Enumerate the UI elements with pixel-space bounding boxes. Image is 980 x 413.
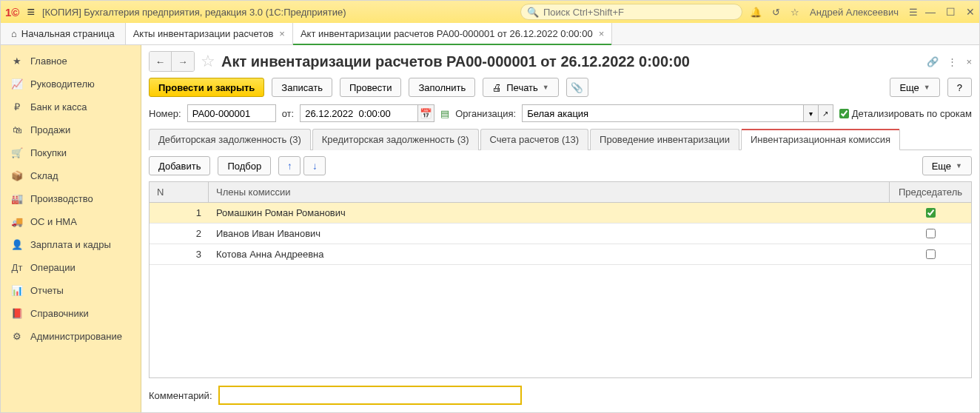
sidebar-item-assets[interactable]: 🚚ОС и НМА [1, 210, 141, 233]
detail-checkbox[interactable] [839, 109, 849, 118]
number-field[interactable] [187, 104, 276, 122]
table-toolbar: Добавить Подбор ↑ ↓ Еще▼ [149, 150, 972, 181]
search-icon: 🔍 [527, 7, 539, 18]
more-button[interactable]: Еще▼ [890, 78, 939, 97]
chevron-down-icon: ▼ [924, 84, 930, 91]
sidebar-item-hr[interactable]: 👤Зарплата и кадры [1, 233, 141, 256]
chart-icon: 📈 [11, 78, 23, 90]
detail-by-terms[interactable]: Детализировать по срокам [839, 108, 972, 119]
close-icon[interactable]: × [279, 28, 285, 39]
col-number[interactable]: N [150, 182, 209, 202]
sidebar-item-production[interactable]: 🏭Производство [1, 187, 141, 210]
star-icon: ★ [11, 56, 23, 67]
sidebar-item-purchases[interactable]: 🛒Покупки [1, 141, 141, 164]
main-menu-icon[interactable]: ≡ [27, 4, 35, 20]
sidebar-item-reports[interactable]: 📊Отчеты [1, 279, 141, 302]
minimize-button[interactable]: — [925, 6, 936, 18]
tab-commission[interactable]: Инвентаризационная комиссия [741, 129, 900, 150]
home-tab[interactable]: ⌂ Начальная страница [1, 23, 126, 44]
star-icon[interactable]: ☆ [791, 7, 799, 18]
pick-button[interactable]: Подбор [218, 156, 271, 175]
bars-icon: 📊 [11, 285, 23, 296]
attachments-button[interactable]: 📎 [566, 78, 588, 97]
home-tab-label: Начальная страница [21, 28, 115, 39]
number-label: Номер: [149, 108, 181, 119]
org-dropdown-button[interactable]: ▾ [804, 104, 819, 122]
home-icon: ⌂ [11, 28, 17, 39]
ledger-icon: Дт [11, 262, 23, 273]
nav-tabs: ⌂ Начальная страница Акты инвентаризации… [1, 23, 979, 45]
document-toolbar: Провести и закрыть Записать Провести Зап… [149, 78, 972, 97]
printer-icon: 🖨 [492, 82, 502, 93]
move-up-button[interactable]: ↑ [278, 156, 301, 175]
col-chair[interactable]: Председатель [890, 182, 971, 202]
kebab-icon[interactable]: ⋮ [947, 56, 957, 67]
favorite-icon[interactable]: ☆ [201, 52, 215, 71]
back-button[interactable]: ← [150, 52, 172, 71]
sidebar-item-sales[interactable]: 🛍Продажи [1, 118, 141, 141]
post-button[interactable]: Провести [340, 78, 402, 97]
maximize-button[interactable]: ☐ [946, 6, 956, 18]
sidebar-item-admin[interactable]: ⚙Администрирование [1, 325, 141, 348]
commission-table: N Члены комиссии Председатель 1 Ромашкин… [149, 181, 972, 378]
tab-receivables[interactable]: Дебиторская задолженность (3) [149, 129, 311, 150]
sidebar: ★Главное 📈Руководителю ₽Банк и касса 🛍Пр… [1, 45, 141, 412]
app-title: [КОПИЯ] Бухгалтерия предприятия, редакци… [42, 7, 346, 18]
document-title: Акт инвентаризации расчетов РА00-000001 … [221, 53, 690, 70]
nav-back-forward: ← → [149, 51, 195, 72]
chevron-down-icon: ▼ [543, 84, 549, 91]
user-name[interactable]: Андрей Алексеевич [810, 7, 899, 18]
sidebar-item-main[interactable]: ★Главное [1, 50, 141, 73]
history-icon[interactable]: ↺ [772, 7, 780, 18]
table-row[interactable]: 3 Котова Анна Андреевна [150, 244, 971, 265]
calendar-icon[interactable]: 📅 [418, 104, 434, 122]
date-field[interactable] [300, 104, 418, 122]
app-logo: 1© [5, 6, 19, 19]
table-row[interactable]: 2 Иванов Иван Иванович [150, 224, 971, 244]
search-input[interactable] [543, 7, 736, 18]
sidebar-item-warehouse[interactable]: 📦Склад [1, 164, 141, 187]
bell-icon[interactable]: 🔔 [750, 7, 762, 18]
forward-button[interactable]: → [172, 52, 194, 71]
cart-icon: 🛒 [11, 147, 23, 158]
comment-row: Комментарий: [149, 386, 972, 405]
tab-payables[interactable]: Кредиторская задолженность (3) [312, 129, 479, 150]
close-icon[interactable]: × [599, 28, 605, 39]
tab-inventory[interactable]: Проведение инвентаризации [590, 129, 739, 150]
close-button[interactable]: ✕ [966, 6, 975, 18]
chair-checkbox[interactable] [926, 229, 936, 238]
truck-icon: 🚚 [11, 216, 23, 227]
sidebar-item-directories[interactable]: 📕Справочники [1, 302, 141, 325]
organization-field[interactable] [522, 104, 804, 122]
document-tabs: Дебиторская задолженность (3) Кредиторск… [149, 128, 972, 150]
col-members[interactable]: Члены комиссии [209, 182, 890, 202]
sidebar-item-bank[interactable]: ₽Банк и касса [1, 95, 141, 118]
sidebar-item-manager[interactable]: 📈Руководителю [1, 73, 141, 95]
help-button[interactable]: ? [947, 78, 972, 97]
table-more-button[interactable]: Еще▼ [922, 156, 972, 175]
org-open-button[interactable]: ↗ [819, 104, 833, 122]
tab-accounts[interactable]: Счета расчетов (13) [480, 129, 589, 150]
sidebar-item-operations[interactable]: ДтОперации [1, 256, 141, 279]
move-down-button[interactable]: ↓ [303, 156, 326, 175]
global-search[interactable]: 🔍 [520, 4, 742, 20]
link-icon[interactable]: 🔗 [927, 56, 939, 67]
chair-checkbox[interactable] [926, 249, 936, 259]
print-button[interactable]: 🖨Печать▼ [483, 78, 559, 97]
post-and-close-button[interactable]: Провести и закрыть [149, 78, 264, 97]
user-menu-icon[interactable]: ☰ [909, 7, 918, 18]
fill-button[interactable]: Заполнить [409, 78, 475, 97]
comment-field[interactable] [218, 386, 522, 405]
tab-acts-list[interactable]: Акты инвентаризации расчетов × [126, 23, 293, 44]
record-button[interactable]: Записать [272, 78, 332, 97]
org-ref-icon[interactable]: ▤ [440, 108, 449, 119]
close-doc-icon[interactable]: × [966, 56, 972, 67]
book-icon: 📕 [11, 308, 23, 319]
add-button[interactable]: Добавить [149, 156, 210, 175]
document-header-fields: Номер: от: 📅 ▤ Организация: ▾ ↗ Детализи… [149, 104, 972, 122]
table-row[interactable]: 1 Ромашкин Роман Романович [150, 203, 971, 224]
ruble-icon: ₽ [11, 101, 23, 113]
chair-checkbox[interactable] [926, 208, 936, 218]
person-icon: 👤 [11, 239, 23, 250]
tab-act-document[interactable]: Акт инвентаризации расчетов РА00-000001 … [293, 23, 612, 44]
